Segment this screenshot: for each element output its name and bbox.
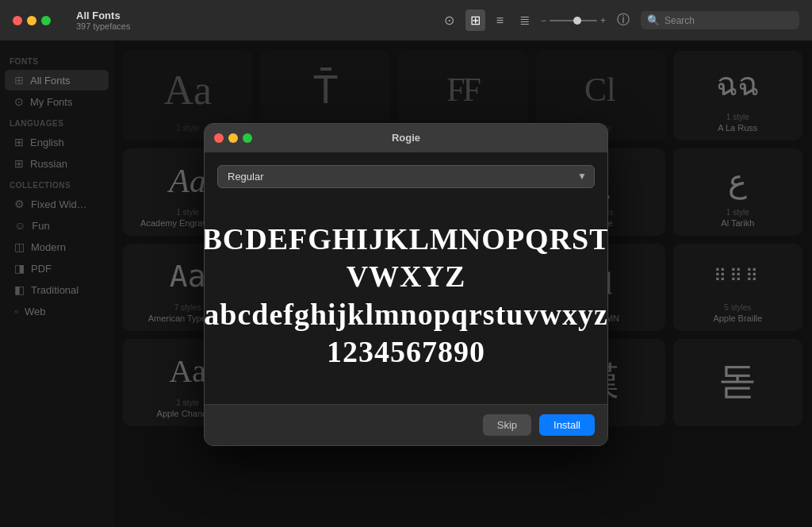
- rogie-modal: Rogie Regular Bold Italic Bold Italic Li…: [204, 123, 608, 446]
- preview-icon[interactable]: ⊙: [439, 10, 459, 31]
- search-input[interactable]: [665, 15, 793, 26]
- minimize-button[interactable]: [27, 16, 36, 25]
- modal-titlebar: Rogie: [205, 124, 607, 152]
- modal-title: Rogie: [392, 132, 420, 144]
- font-preview-area: ABCDEFGHIJKLMNOPQRSTU VWXYZ abcdefghijkl…: [217, 201, 595, 391]
- modal-maximize-button[interactable]: [243, 133, 252, 143]
- slider-thumb[interactable]: [573, 17, 581, 25]
- traffic-lights: [13, 16, 51, 25]
- info-icon[interactable]: ⓘ: [612, 9, 634, 32]
- maximize-button[interactable]: [41, 16, 51, 25]
- size-slider[interactable]: − +: [541, 15, 606, 26]
- plus-icon: +: [600, 15, 606, 26]
- modal-close-button[interactable]: [214, 133, 224, 143]
- titlebar: All Fonts 397 typefaces ⊙ ⊞ ≡ ≣ − + ⓘ 🔍: [0, 0, 812, 41]
- app-title: All Fonts: [76, 10, 131, 21]
- grid-icon[interactable]: ⊞: [465, 10, 485, 31]
- columns-icon[interactable]: ≣: [515, 10, 534, 31]
- titlebar-info: All Fonts 397 typefaces: [76, 10, 131, 31]
- modal-body: Regular Bold Italic Bold Italic Light Me…: [205, 152, 607, 404]
- slider-track[interactable]: [550, 20, 597, 21]
- font-style-select[interactable]: Regular Bold Italic Bold Italic Light Me…: [217, 165, 595, 188]
- font-style-selector[interactable]: Regular Bold Italic Bold Italic Light Me…: [217, 165, 595, 188]
- skip-button[interactable]: Skip: [483, 414, 531, 436]
- close-button[interactable]: [13, 16, 22, 25]
- font-preview-text: ABCDEFGHIJKLMNOPQRSTU VWXYZ abcdefghijkl…: [204, 221, 608, 371]
- search-icon: 🔍: [647, 14, 660, 26]
- install-button[interactable]: Install: [539, 414, 595, 436]
- minus-icon: −: [541, 15, 546, 26]
- modal-minimize-button[interactable]: [228, 133, 238, 143]
- app-subtitle: 397 typefaces: [76, 21, 131, 31]
- modal-overlay: Rogie Regular Bold Italic Bold Italic Li…: [0, 41, 812, 527]
- search-bar[interactable]: 🔍: [641, 11, 799, 29]
- modal-footer: Skip Install: [205, 404, 607, 445]
- toolbar: ⊙ ⊞ ≡ ≣ − + ⓘ 🔍: [439, 9, 799, 32]
- modal-traffic-lights: [214, 133, 252, 143]
- list-icon[interactable]: ≡: [492, 10, 508, 31]
